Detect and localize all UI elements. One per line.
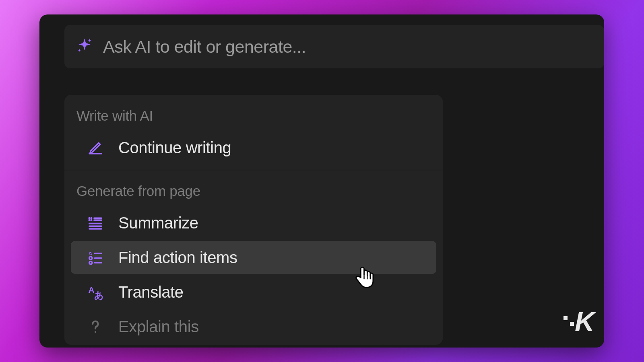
- sparkle-icon: [76, 37, 93, 56]
- ai-actions-menu: Write with AI Continue writing Generate …: [64, 95, 443, 345]
- question-icon: [86, 317, 105, 336]
- ai-panel: Write with AI Continue writing Generate …: [39, 14, 604, 348]
- menu-item-label: Continue writing: [118, 139, 231, 157]
- svg-text:あ: あ: [94, 290, 104, 300]
- menu-item-summarize[interactable]: Summarize: [71, 206, 436, 239]
- watermark: K: [564, 306, 593, 337]
- menu-item-explain-this[interactable]: Explain this: [71, 310, 436, 343]
- section-header-write: Write with AI: [64, 95, 443, 130]
- menu-item-continue-writing[interactable]: Continue writing: [71, 131, 436, 164]
- ask-ai-bar[interactable]: [64, 25, 604, 68]
- menu-item-label: Explain this: [118, 318, 199, 336]
- watermark-letter: K: [575, 306, 593, 337]
- menu-item-find-action-items[interactable]: Find action items: [71, 241, 436, 274]
- menu-item-label: Find action items: [118, 249, 237, 267]
- watermark-dots-icon: [564, 322, 574, 326]
- svg-point-5: [95, 331, 96, 333]
- svg-point-1: [89, 257, 92, 259]
- summarize-icon: [86, 214, 105, 232]
- menu-item-label: Summarize: [118, 214, 198, 232]
- translate-icon: A あ: [86, 283, 105, 301]
- ask-ai-input[interactable]: [103, 37, 593, 57]
- menu-item-label: Translate: [118, 283, 184, 301]
- checklist-icon: [86, 248, 105, 267]
- pencil-line-icon: [86, 138, 105, 157]
- menu-item-translate[interactable]: A あ Translate: [71, 276, 436, 309]
- svg-text:A: A: [89, 285, 95, 294]
- svg-point-2: [89, 261, 92, 264]
- section-header-generate: Generate from page: [64, 170, 443, 205]
